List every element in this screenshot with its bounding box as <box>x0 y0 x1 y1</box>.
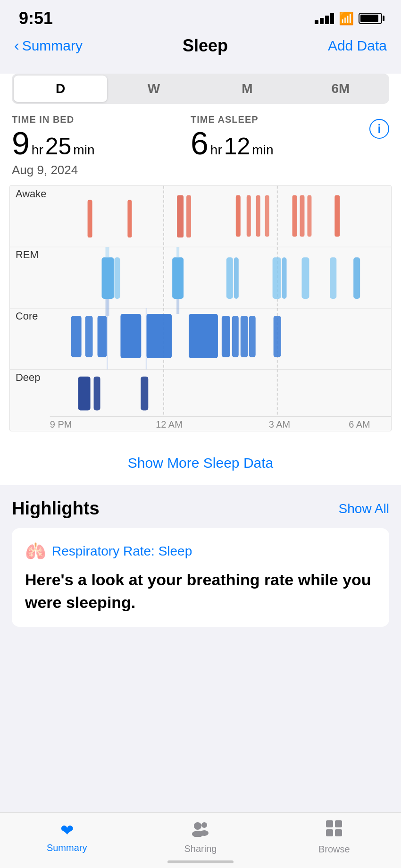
svg-rect-27 <box>282 257 287 299</box>
show-more-section: Show More Sleep Data <box>0 441 401 485</box>
highlight-card-title: Respiratory Rate: Sleep <box>52 544 192 559</box>
svg-text:6 AM: 6 AM <box>349 419 370 430</box>
svg-point-57 <box>201 822 207 828</box>
highlights-header: Highlights Show All <box>12 498 389 519</box>
svg-rect-11 <box>177 195 184 238</box>
highlight-card-body: Here's a look at your breathing rate whi… <box>25 569 376 614</box>
svg-point-59 <box>200 830 209 836</box>
battery-icon <box>359 13 382 24</box>
svg-rect-20 <box>334 195 340 237</box>
tab-browse-label: Browse <box>318 844 350 855</box>
time-in-bed-hours: 9 <box>12 127 30 159</box>
svg-rect-63 <box>335 829 342 836</box>
main-content: D W M 6M TIME IN BED 9 hr 25 min TIME AS… <box>0 74 401 485</box>
show-all-button[interactable]: Show All <box>339 501 389 516</box>
tab-sharing[interactable]: Sharing <box>134 820 267 854</box>
svg-rect-24 <box>226 257 233 299</box>
svg-rect-38 <box>189 314 218 358</box>
chevron-left-icon: ‹ <box>14 37 19 54</box>
tab-summary-label: Summary <box>47 843 87 853</box>
time-in-bed-stat: TIME IN BED 9 hr 25 min <box>12 114 191 159</box>
period-btn-m[interactable]: M <box>200 76 294 102</box>
svg-rect-22 <box>114 257 120 299</box>
browse-icon <box>325 819 343 841</box>
info-button[interactable]: i <box>369 119 389 139</box>
time-asleep-min-unit: min <box>252 143 273 158</box>
time-asleep-label: TIME ASLEEP <box>191 114 369 125</box>
status-time: 9:51 <box>19 8 53 28</box>
svg-rect-40 <box>232 316 239 357</box>
svg-text:9 PM: 9 PM <box>50 419 72 430</box>
time-asleep-stat: TIME ASLEEP 6 hr 12 min <box>191 114 369 159</box>
tab-sharing-label: Sharing <box>184 843 217 854</box>
svg-text:Core: Core <box>16 310 38 322</box>
svg-rect-15 <box>256 195 260 237</box>
svg-rect-16 <box>265 195 269 237</box>
svg-text:3 AM: 3 AM <box>269 419 290 430</box>
svg-rect-61 <box>335 820 342 827</box>
svg-rect-43 <box>274 316 281 357</box>
svg-text:12 AM: 12 AM <box>156 419 183 430</box>
nav-header: ‹ Summary Sleep Add Data <box>0 32 401 64</box>
time-in-bed-hr-unit: hr <box>32 143 43 158</box>
svg-rect-25 <box>234 257 239 299</box>
highlights-section: Highlights Show All 🫁 Respiratory Rate: … <box>0 485 401 636</box>
svg-rect-10 <box>127 200 132 238</box>
svg-rect-26 <box>273 257 281 299</box>
period-btn-6m[interactable]: 6M <box>294 76 387 102</box>
svg-rect-12 <box>186 195 191 238</box>
time-in-bed-label: TIME IN BED <box>12 114 191 125</box>
wifi-icon: 📶 <box>339 11 354 26</box>
period-btn-w[interactable]: W <box>107 76 200 102</box>
svg-rect-14 <box>247 195 251 237</box>
tab-browse[interactable]: Browse <box>267 819 401 855</box>
svg-rect-21 <box>102 257 114 299</box>
svg-rect-33 <box>71 316 82 357</box>
svg-rect-30 <box>353 257 360 299</box>
svg-rect-17 <box>292 195 297 237</box>
add-data-button[interactable]: Add Data <box>328 38 387 54</box>
status-icons: 📶 <box>315 11 382 26</box>
back-label[interactable]: Summary <box>22 38 83 54</box>
svg-text:Deep: Deep <box>16 371 40 383</box>
svg-rect-19 <box>307 195 311 237</box>
sleep-chart-svg: Awake REM Core Deep <box>10 185 391 431</box>
show-more-sleep-data-button[interactable]: Show More Sleep Data <box>128 455 274 471</box>
svg-rect-29 <box>330 257 336 299</box>
time-in-bed-value: 9 hr 25 min <box>12 127 191 159</box>
stats-area: TIME IN BED 9 hr 25 min TIME ASLEEP 6 hr… <box>0 114 401 159</box>
svg-rect-37 <box>146 314 172 358</box>
svg-text:REM: REM <box>16 249 39 261</box>
svg-rect-47 <box>94 377 100 411</box>
back-button[interactable]: ‹ Summary <box>14 38 83 54</box>
svg-rect-42 <box>249 316 256 357</box>
svg-rect-28 <box>301 257 309 299</box>
tab-summary[interactable]: ❤ Summary <box>0 821 134 853</box>
period-btn-d[interactable]: D <box>14 76 107 102</box>
svg-rect-60 <box>326 820 333 827</box>
svg-rect-9 <box>88 200 92 238</box>
period-selector: D W M 6M <box>12 74 389 104</box>
svg-point-56 <box>194 822 201 830</box>
highlight-card[interactable]: 🫁 Respiratory Rate: Sleep Here's a look … <box>12 528 389 627</box>
tab-bar: ❤ Summary Sharing Browse <box>0 812 401 868</box>
date-label: Aug 9, 2024 <box>0 159 401 185</box>
svg-rect-46 <box>78 377 91 411</box>
signal-bars-icon <box>315 13 334 24</box>
battery-fill <box>360 15 378 22</box>
svg-rect-34 <box>85 316 93 357</box>
svg-rect-48 <box>141 377 148 411</box>
svg-rect-39 <box>222 316 230 357</box>
highlight-card-header: 🫁 Respiratory Rate: Sleep <box>25 541 376 561</box>
svg-rect-18 <box>300 195 304 237</box>
time-asleep-minutes: 12 <box>224 135 251 158</box>
sleep-chart: Awake REM Core Deep <box>9 185 392 431</box>
lung-icon: 🫁 <box>25 541 46 561</box>
svg-rect-62 <box>326 829 333 836</box>
time-asleep-value: 6 hr 12 min <box>191 127 369 159</box>
sharing-icon <box>191 820 210 841</box>
svg-rect-23 <box>172 257 184 299</box>
status-bar: 9:51 📶 <box>0 0 401 32</box>
svg-rect-36 <box>120 314 141 358</box>
time-in-bed-minutes: 25 <box>45 135 72 158</box>
